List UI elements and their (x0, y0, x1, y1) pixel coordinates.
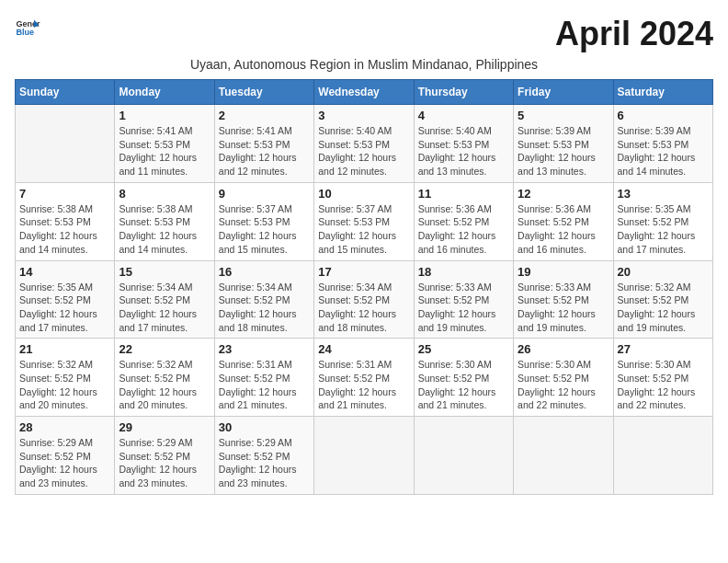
calendar-cell: 17Sunrise: 5:34 AM Sunset: 5:52 PM Dayli… (314, 260, 414, 339)
calendar-cell: 5Sunrise: 5:39 AM Sunset: 5:53 PM Daylig… (514, 105, 613, 183)
calendar-cell: 4Sunrise: 5:40 AM Sunset: 5:53 PM Daylig… (414, 105, 513, 183)
day-info: Sunrise: 5:32 AM Sunset: 5:52 PM Dayligh… (119, 358, 210, 412)
calendar-cell: 18Sunrise: 5:33 AM Sunset: 5:52 PM Dayli… (414, 260, 513, 339)
calendar-cell: 2Sunrise: 5:41 AM Sunset: 5:53 PM Daylig… (214, 105, 313, 183)
calendar-cell: 14Sunrise: 5:35 AM Sunset: 5:52 PM Dayli… (16, 260, 115, 339)
day-number: 9 (219, 187, 310, 201)
day-info: Sunrise: 5:38 AM Sunset: 5:53 PM Dayligh… (19, 202, 110, 257)
day-info: Sunrise: 5:33 AM Sunset: 5:52 PM Dayligh… (518, 281, 609, 335)
day-number: 12 (518, 187, 609, 201)
day-number: 5 (518, 109, 609, 122)
svg-text:Blue: Blue (16, 28, 34, 37)
calendar-cell: 1Sunrise: 5:41 AM Sunset: 5:53 PM Daylig… (115, 105, 214, 183)
day-number: 27 (618, 342, 709, 356)
day-number: 24 (318, 342, 409, 356)
calendar-cell: 19Sunrise: 5:33 AM Sunset: 5:52 PM Dayli… (514, 260, 613, 339)
day-info: Sunrise: 5:39 AM Sunset: 5:53 PM Dayligh… (618, 124, 709, 178)
day-number: 10 (318, 187, 409, 201)
calendar-header-row: SundayMondayTuesdayWednesdayThursdayFrid… (16, 80, 713, 105)
day-info: Sunrise: 5:36 AM Sunset: 5:52 PM Dayligh… (418, 202, 509, 257)
page-subtitle: Uyaan, Autonomous Region in Muslim Minda… (15, 57, 713, 72)
day-info: Sunrise: 5:31 AM Sunset: 5:52 PM Dayligh… (219, 358, 310, 412)
day-number: 22 (119, 342, 210, 356)
calendar-cell: 30Sunrise: 5:29 AM Sunset: 5:52 PM Dayli… (214, 417, 313, 495)
col-header-saturday: Saturday (613, 80, 712, 105)
day-info: Sunrise: 5:29 AM Sunset: 5:52 PM Dayligh… (119, 436, 210, 490)
day-number: 8 (119, 187, 210, 201)
day-info: Sunrise: 5:29 AM Sunset: 5:52 PM Dayligh… (19, 436, 110, 490)
day-number: 11 (418, 187, 509, 201)
day-number: 20 (618, 265, 709, 279)
calendar-cell: 15Sunrise: 5:34 AM Sunset: 5:52 PM Dayli… (115, 260, 214, 339)
calendar-week-4: 21Sunrise: 5:32 AM Sunset: 5:52 PM Dayli… (16, 339, 713, 417)
logo-icon: General Blue (15, 15, 40, 40)
calendar-cell: 10Sunrise: 5:37 AM Sunset: 5:53 PM Dayli… (314, 182, 414, 260)
day-number: 16 (219, 265, 310, 279)
day-number: 2 (219, 109, 310, 122)
calendar-cell: 16Sunrise: 5:34 AM Sunset: 5:52 PM Dayli… (214, 260, 313, 339)
day-number: 13 (618, 187, 709, 201)
calendar-cell: 7Sunrise: 5:38 AM Sunset: 5:53 PM Daylig… (16, 182, 115, 260)
day-info: Sunrise: 5:30 AM Sunset: 5:52 PM Dayligh… (518, 358, 609, 412)
day-number: 29 (119, 420, 210, 434)
day-info: Sunrise: 5:39 AM Sunset: 5:53 PM Dayligh… (518, 124, 609, 178)
day-number: 14 (19, 265, 110, 279)
day-info: Sunrise: 5:34 AM Sunset: 5:52 PM Dayligh… (219, 281, 310, 335)
day-number: 26 (518, 342, 609, 356)
day-info: Sunrise: 5:35 AM Sunset: 5:52 PM Dayligh… (618, 202, 709, 257)
day-info: Sunrise: 5:41 AM Sunset: 5:53 PM Dayligh… (219, 124, 310, 178)
calendar-cell: 21Sunrise: 5:32 AM Sunset: 5:52 PM Dayli… (16, 339, 115, 417)
day-info: Sunrise: 5:34 AM Sunset: 5:52 PM Dayligh… (318, 281, 409, 335)
day-info: Sunrise: 5:38 AM Sunset: 5:53 PM Dayligh… (119, 202, 210, 257)
col-header-sunday: Sunday (16, 80, 115, 105)
calendar-cell: 3Sunrise: 5:40 AM Sunset: 5:53 PM Daylig… (314, 105, 414, 183)
col-header-thursday: Thursday (414, 80, 513, 105)
day-number: 7 (19, 187, 110, 201)
calendar-cell: 22Sunrise: 5:32 AM Sunset: 5:52 PM Dayli… (115, 339, 214, 417)
calendar-cell: 13Sunrise: 5:35 AM Sunset: 5:52 PM Dayli… (613, 182, 712, 260)
calendar-week-2: 7Sunrise: 5:38 AM Sunset: 5:53 PM Daylig… (16, 182, 713, 260)
day-info: Sunrise: 5:40 AM Sunset: 5:53 PM Dayligh… (418, 124, 509, 178)
calendar-cell: 20Sunrise: 5:32 AM Sunset: 5:52 PM Dayli… (613, 260, 712, 339)
day-number: 15 (119, 265, 210, 279)
day-info: Sunrise: 5:32 AM Sunset: 5:52 PM Dayligh… (618, 281, 709, 335)
day-info: Sunrise: 5:30 AM Sunset: 5:52 PM Dayligh… (618, 358, 709, 412)
day-number: 1 (119, 109, 210, 122)
calendar-cell: 28Sunrise: 5:29 AM Sunset: 5:52 PM Dayli… (16, 417, 115, 495)
day-info: Sunrise: 5:37 AM Sunset: 5:53 PM Dayligh… (219, 202, 310, 257)
day-info: Sunrise: 5:33 AM Sunset: 5:52 PM Dayligh… (418, 281, 509, 335)
calendar-cell (514, 417, 613, 495)
calendar-cell (314, 417, 414, 495)
calendar-cell: 8Sunrise: 5:38 AM Sunset: 5:53 PM Daylig… (115, 182, 214, 260)
day-info: Sunrise: 5:36 AM Sunset: 5:52 PM Dayligh… (518, 202, 609, 257)
calendar-cell (613, 417, 712, 495)
day-number: 25 (418, 342, 509, 356)
calendar-cell: 12Sunrise: 5:36 AM Sunset: 5:52 PM Dayli… (514, 182, 613, 260)
calendar-cell: 26Sunrise: 5:30 AM Sunset: 5:52 PM Dayli… (514, 339, 613, 417)
calendar-cell: 6Sunrise: 5:39 AM Sunset: 5:53 PM Daylig… (613, 105, 712, 183)
day-info: Sunrise: 5:37 AM Sunset: 5:53 PM Dayligh… (318, 202, 409, 257)
day-info: Sunrise: 5:31 AM Sunset: 5:52 PM Dayligh… (318, 358, 409, 412)
col-header-monday: Monday (115, 80, 214, 105)
day-number: 3 (318, 109, 409, 122)
day-number: 21 (19, 342, 110, 356)
day-number: 23 (219, 342, 310, 356)
day-number: 28 (19, 420, 110, 434)
col-header-friday: Friday (514, 80, 613, 105)
day-number: 4 (418, 109, 509, 122)
calendar-cell: 24Sunrise: 5:31 AM Sunset: 5:52 PM Dayli… (314, 339, 414, 417)
day-info: Sunrise: 5:40 AM Sunset: 5:53 PM Dayligh… (318, 124, 409, 178)
day-number: 30 (219, 420, 310, 434)
day-info: Sunrise: 5:32 AM Sunset: 5:52 PM Dayligh… (19, 358, 110, 412)
calendar-table: SundayMondayTuesdayWednesdayThursdayFrid… (15, 79, 713, 495)
calendar-cell: 25Sunrise: 5:30 AM Sunset: 5:52 PM Dayli… (414, 339, 513, 417)
day-info: Sunrise: 5:34 AM Sunset: 5:52 PM Dayligh… (119, 281, 210, 335)
day-info: Sunrise: 5:30 AM Sunset: 5:52 PM Dayligh… (418, 358, 509, 412)
col-header-tuesday: Tuesday (214, 80, 313, 105)
day-info: Sunrise: 5:35 AM Sunset: 5:52 PM Dayligh… (19, 281, 110, 335)
calendar-week-5: 28Sunrise: 5:29 AM Sunset: 5:52 PM Dayli… (16, 417, 713, 495)
day-number: 6 (618, 109, 709, 122)
day-number: 18 (418, 265, 509, 279)
calendar-cell (414, 417, 513, 495)
logo: General Blue (15, 15, 40, 40)
